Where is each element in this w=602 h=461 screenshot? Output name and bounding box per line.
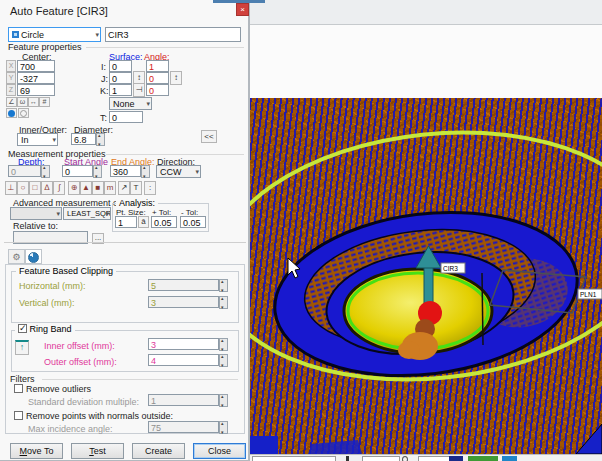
spin-arrows-icon[interactable] (41, 165, 50, 178)
model-patch-navy1 (250, 436, 278, 454)
gray-ring-icon (20, 110, 27, 117)
alpha-button[interactable]: ā (138, 216, 149, 228)
flip-angle-icon[interactable]: ↕ (170, 71, 182, 85)
pt-size-field[interactable]: 1 (115, 216, 137, 228)
status-field-1[interactable] (252, 456, 336, 461)
tab-probe-settings[interactable]: ⚙ (8, 249, 25, 264)
feature-name-field[interactable]: CIR3 (105, 27, 241, 42)
cir3-feature-tag[interactable]: CIR3 (441, 263, 465, 273)
i-label: I: (101, 62, 106, 72)
z-axis-button[interactable]: Z (6, 84, 16, 96)
pln1-feature-tag[interactable]: PLN1 (578, 289, 602, 299)
spin-arrows-icon[interactable] (219, 421, 228, 434)
x-axis-button[interactable]: X (6, 60, 16, 72)
direction-combo[interactable]: CCW (156, 165, 201, 178)
move-to-button[interactable]: Move To (10, 443, 63, 459)
inner-outer-combo[interactable]: In (17, 133, 58, 146)
snap-combo[interactable]: None (109, 97, 152, 110)
test-button[interactable]: Test (71, 443, 124, 459)
spin-arrows-icon[interactable] (219, 354, 228, 367)
3d-viewport[interactable]: CIR3 PLN1 (250, 98, 602, 454)
surface-i-field[interactable]: 0 (109, 60, 132, 72)
grid-mode-icon[interactable]: # (39, 97, 50, 107)
circle-feature-icon (12, 31, 19, 38)
horizontal-spinner[interactable]: 5 (148, 279, 228, 292)
align-vector-icon[interactable]: ⊣ (133, 83, 145, 97)
close-button[interactable]: × (236, 3, 249, 16)
vertical-spinner[interactable]: 3 (148, 296, 228, 309)
vector-tool-icon[interactable]: ↗ (118, 181, 130, 195)
close-button-bottom[interactable]: Close (193, 443, 246, 459)
spin-arrows-icon[interactable] (219, 394, 228, 407)
divider (86, 47, 244, 48)
curve-tool-icon[interactable]: ∫ (53, 181, 65, 195)
start-angle-spinner[interactable]: 0 (62, 165, 102, 178)
spin-arrows-icon[interactable] (219, 338, 228, 351)
depth-spinner[interactable]: 0 (8, 165, 50, 178)
green-tool-icon[interactable] (468, 456, 498, 461)
t-field[interactable]: 0 (109, 111, 143, 123)
tab-clipping[interactable] (25, 249, 42, 264)
max-incidence-spinner[interactable]: 75 (148, 421, 228, 434)
surface-j-field[interactable]: 0 (109, 72, 132, 84)
spin-arrows-icon[interactable] (141, 165, 150, 178)
ringband-checkbox[interactable] (18, 324, 27, 333)
spin-arrows-icon[interactable] (96, 133, 105, 146)
block-tool-icon[interactable]: ■ (92, 181, 104, 195)
center-y-field[interactable]: -327 (17, 72, 55, 84)
theo-toggle-off-icon[interactable] (18, 108, 29, 118)
std-deviation-spinner[interactable]: 1 (148, 394, 228, 407)
remove-outliers-checkbox[interactable] (14, 384, 23, 393)
outer-offset-spinner[interactable]: 4 (148, 354, 228, 367)
perpendicular-tool-icon[interactable]: ⊥ (5, 181, 17, 195)
text-tool-icon[interactable]: T (130, 181, 142, 195)
feature-properties-legend: Feature properties (8, 42, 82, 52)
wave-mode-icon[interactable]: ω (17, 97, 28, 107)
columns-tool-icon[interactable]: m (104, 181, 116, 195)
angle-i-field[interactable]: 1 (146, 60, 169, 72)
square-tool-icon[interactable]: □ (29, 181, 41, 195)
gear-icon: ⚙ (12, 252, 20, 262)
inner-offset-spinner[interactable]: 3 (148, 338, 228, 351)
angle-tool-icon[interactable]: ∆ (41, 181, 53, 195)
remove-outliers-label: Remove outliers (26, 384, 91, 394)
angle-mode-icon[interactable]: ∠ (6, 97, 17, 107)
angle-j-field[interactable]: 0 (146, 72, 169, 84)
auto-feature-dialog: Auto Feature [CIR3] × Circle CIR3 Featur… (0, 0, 250, 461)
circle-tool-icon[interactable]: ○ (17, 181, 29, 195)
create-button[interactable]: Create (132, 443, 185, 459)
status-field-3[interactable] (418, 456, 450, 461)
divider (42, 379, 238, 380)
spin-arrows-icon[interactable] (219, 279, 228, 292)
remove-normals-checkbox[interactable] (14, 411, 23, 420)
max-incidence-label: Max incidence angle: (28, 424, 113, 434)
diameter-spinner[interactable]: 6.8 (71, 133, 105, 146)
offset-direction-icon[interactable]: ↑ (15, 340, 29, 355)
algorithm-combo[interactable]: LEAST_SQR (63, 207, 111, 220)
spin-arrows-icon[interactable] (93, 165, 102, 178)
vertical-label: Vertical (mm): (19, 298, 75, 308)
collapse-button[interactable]: << (201, 130, 217, 143)
dots-tool-icon[interactable]: : (144, 181, 156, 195)
target-tool-icon[interactable]: ⊕ (68, 181, 80, 195)
span-mode-icon[interactable]: ↔ (28, 97, 39, 107)
surface-k-field[interactable]: 1 (109, 84, 132, 96)
y-axis-button[interactable]: Y (6, 72, 16, 84)
minus-tol-field[interactable]: 0.05 (180, 216, 206, 228)
navy-tool-icon[interactable] (449, 456, 463, 461)
angle-k-field[interactable]: 0 (146, 84, 169, 96)
filter-combo[interactable] (10, 207, 62, 220)
plus-tol-field[interactable]: 0.05 (151, 216, 177, 228)
cyan-tool-icon[interactable] (502, 456, 517, 461)
spin-arrows-icon[interactable] (219, 296, 228, 309)
t-label: T: (100, 113, 107, 123)
feature-type-combo[interactable]: Circle (8, 27, 101, 42)
dialog-title: Auto Feature [CIR3] (10, 5, 108, 17)
end-angle-spinner[interactable]: 360 (110, 165, 150, 178)
center-z-field[interactable]: 69 (17, 84, 55, 96)
svg-text:PLN1: PLN1 (580, 291, 597, 298)
center-x-field[interactable]: 700 (17, 60, 55, 72)
peak-tool-icon[interactable]: ▲ (80, 181, 92, 195)
theo-toggle-on-icon[interactable] (6, 108, 17, 118)
status-field-2[interactable] (362, 456, 400, 461)
